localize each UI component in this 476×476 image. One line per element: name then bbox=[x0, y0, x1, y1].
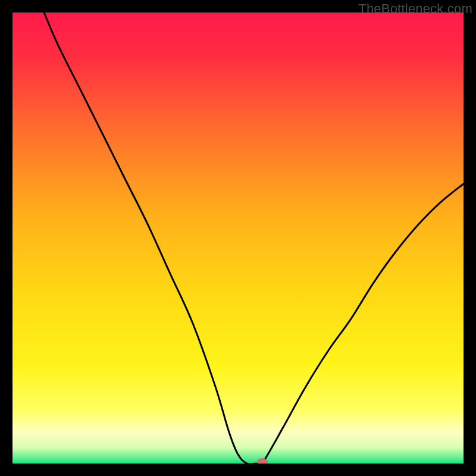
gradient-background bbox=[12, 12, 464, 464]
plot-svg bbox=[12, 12, 464, 464]
plot-area bbox=[12, 12, 464, 464]
chart-frame: TheBottleneck.com bbox=[0, 0, 476, 476]
